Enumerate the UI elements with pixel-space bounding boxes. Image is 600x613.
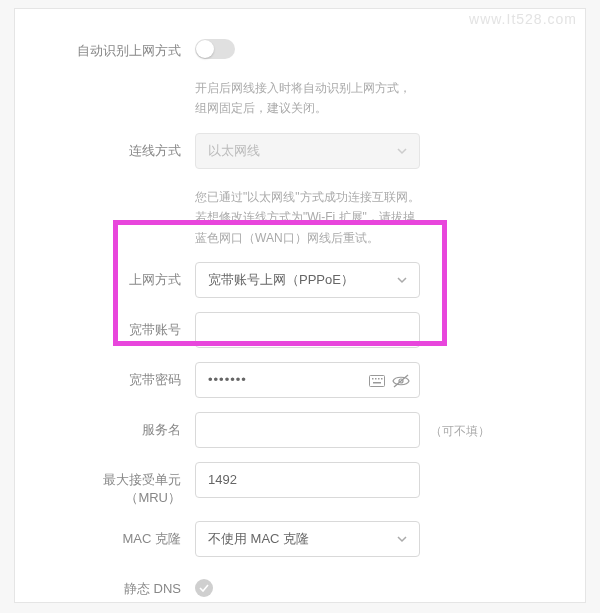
label-mru: 最大接受单元（MRU） (55, 462, 195, 507)
mac-clone-select[interactable]: 不使用 MAC 克隆 (195, 521, 420, 557)
watermark: www.It528.com (469, 11, 577, 27)
chevron-down-icon (397, 277, 407, 287)
password-input-wrap (195, 362, 420, 398)
internet-mode-select[interactable]: 宽带账号上网（PPPoE） (195, 262, 420, 298)
svg-rect-5 (373, 382, 381, 384)
svg-rect-4 (381, 378, 383, 380)
svg-rect-2 (375, 378, 377, 380)
password-input[interactable] (208, 372, 359, 387)
row-password: 宽带密码 (15, 362, 585, 398)
label-account: 宽带账号 (55, 312, 195, 339)
conn-type-select: 以太网线 (195, 133, 420, 169)
row-auto-detect: 自动识别上网方式 (15, 33, 585, 60)
keyboard-icon[interactable] (367, 371, 387, 391)
label-service: 服务名 (55, 412, 195, 439)
chevron-down-icon (397, 536, 407, 546)
label-conn-type: 连线方式 (55, 133, 195, 160)
row-service: 服务名 （可不填） (15, 412, 585, 448)
auto-detect-note: 开启后网线接入时将自动识别上网方式，组网固定后，建议关闭。 (195, 74, 420, 119)
account-input[interactable] (208, 322, 383, 337)
label-password: 宽带密码 (55, 362, 195, 389)
mru-input-wrap (195, 462, 420, 498)
check-icon[interactable] (195, 579, 213, 597)
svg-rect-0 (370, 375, 385, 386)
row-auto-detect-note: 开启后网线接入时将自动识别上网方式，组网固定后，建议关闭。 (15, 74, 585, 119)
label-mac-clone: MAC 克隆 (55, 521, 195, 548)
account-input-wrap (195, 312, 420, 348)
mru-input[interactable] (208, 472, 383, 487)
service-suffix: （可不填） (420, 412, 490, 440)
mac-clone-value: 不使用 MAC 克隆 (208, 530, 309, 548)
row-mac-clone: MAC 克隆 不使用 MAC 克隆 (15, 521, 585, 557)
internet-mode-value: 宽带账号上网（PPPoE） (208, 271, 354, 289)
row-mru: 最大接受单元（MRU） (15, 462, 585, 507)
service-input[interactable] (208, 422, 383, 437)
svg-rect-1 (372, 378, 374, 380)
chevron-down-icon (397, 148, 407, 158)
settings-panel: www.It528.com 自动识别上网方式 开启后网线接入时将自动识别上网方式… (14, 8, 586, 603)
conn-type-value: 以太网线 (208, 142, 260, 160)
row-conn-type: 连线方式 以太网线 (15, 133, 585, 169)
label-auto-detect: 自动识别上网方式 (55, 33, 195, 60)
auto-detect-toggle[interactable] (195, 39, 235, 59)
row-internet-mode: 上网方式 宽带账号上网（PPPoE） (15, 262, 585, 298)
row-account: 宽带账号 (15, 312, 585, 348)
eye-off-icon[interactable] (391, 371, 411, 391)
row-conn-type-note: 您已通过"以太网线"方式成功连接互联网。若想修改连线方式为"Wi-Fi 扩展"，… (15, 183, 585, 248)
row-static-dns: 静态 DNS (15, 571, 585, 598)
svg-rect-3 (378, 378, 380, 380)
label-static-dns: 静态 DNS (55, 571, 195, 598)
service-input-wrap (195, 412, 420, 448)
label-internet-mode: 上网方式 (55, 262, 195, 289)
conn-type-note: 您已通过"以太网线"方式成功连接互联网。若想修改连线方式为"Wi-Fi 扩展"，… (195, 183, 420, 248)
